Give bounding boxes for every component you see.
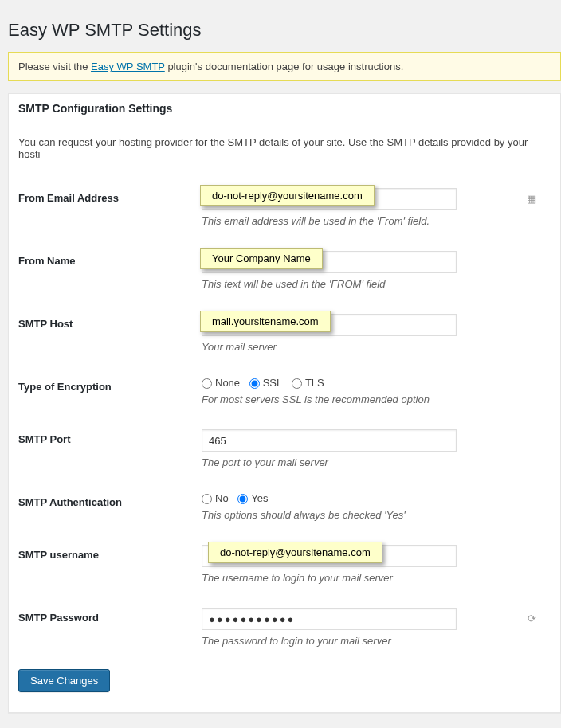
smtp-auth-desc: This options should always be checked 'Y… <box>202 509 543 521</box>
encryption-none-text: None <box>215 377 240 389</box>
doc-link[interactable]: Easy WP SMTP <box>91 61 165 72</box>
encryption-radio-tls[interactable] <box>292 378 302 389</box>
encryption-label: Type of Encryption <box>18 365 202 417</box>
smtp-user-input[interactable] <box>202 545 457 567</box>
smtp-auth-radios: No Yes <box>202 492 543 504</box>
encryption-radio-ssl[interactable] <box>249 378 260 389</box>
encryption-option-tls[interactable]: TLS <box>292 377 324 389</box>
from-email-input[interactable] <box>202 188 457 210</box>
notice-post: plugin's documentation page for usage in… <box>165 61 404 72</box>
save-button[interactable]: Save Changes <box>18 669 110 692</box>
notice-pre: Please visit the <box>18 61 91 72</box>
doc-notice: Please visit the Easy WP SMTP plugin's d… <box>8 52 561 81</box>
smtp-host-label: SMTP Host <box>18 302 202 365</box>
smtp-pass-label: SMTP Password <box>18 596 202 659</box>
encryption-desc: For most servers SSL is the recommended … <box>202 393 543 405</box>
autofill-icon: ▦ <box>527 193 536 205</box>
smtp-auth-radio-yes[interactable] <box>237 494 248 504</box>
section-heading: SMTP Configuration Settings <box>9 94 560 123</box>
encryption-ssl-text: SSL <box>263 377 283 389</box>
smtp-auth-option-no[interactable]: No <box>202 492 229 504</box>
encryption-option-none[interactable]: None <box>202 377 240 389</box>
section-description: You can request your hosting provider fo… <box>18 136 551 160</box>
smtp-auth-label: SMTP Authentication <box>18 480 202 533</box>
settings-panel: SMTP Configuration Settings You can requ… <box>8 93 561 713</box>
from-name-label: From Name <box>18 239 202 302</box>
smtp-host-desc: Your mail server <box>202 341 543 353</box>
smtp-port-desc: The port to your mail server <box>202 456 543 468</box>
from-email-desc: This email address will be used in the '… <box>202 215 543 227</box>
smtp-pass-input[interactable] <box>202 608 457 630</box>
smtp-user-desc: The username to login to your mail serve… <box>202 572 543 584</box>
smtp-host-input[interactable] <box>202 314 457 336</box>
from-name-input[interactable] <box>202 251 457 273</box>
smtp-auth-radio-no[interactable] <box>202 494 212 504</box>
smtp-user-label: SMTP username <box>18 533 202 596</box>
encryption-option-ssl[interactable]: SSL <box>249 377 283 389</box>
smtp-pass-desc: The password to login to your mail serve… <box>202 635 543 647</box>
from-name-desc: This text will be used in the 'FROM' fie… <box>202 278 543 290</box>
smtp-auth-yes-text: Yes <box>251 492 268 504</box>
password-manager-icon[interactable]: ⟳ <box>528 613 536 624</box>
encryption-radios: None SSL TLS <box>202 377 543 389</box>
smtp-port-input[interactable] <box>202 429 457 452</box>
smtp-auth-option-yes[interactable]: Yes <box>237 492 268 504</box>
from-email-label: From Email Address <box>18 176 202 239</box>
page-title: Easy WP SMTP Settings <box>8 13 561 44</box>
encryption-tls-text: TLS <box>305 377 324 389</box>
smtp-auth-no-text: No <box>215 492 229 504</box>
smtp-port-label: SMTP Port <box>18 417 202 480</box>
encryption-radio-none[interactable] <box>202 378 212 389</box>
